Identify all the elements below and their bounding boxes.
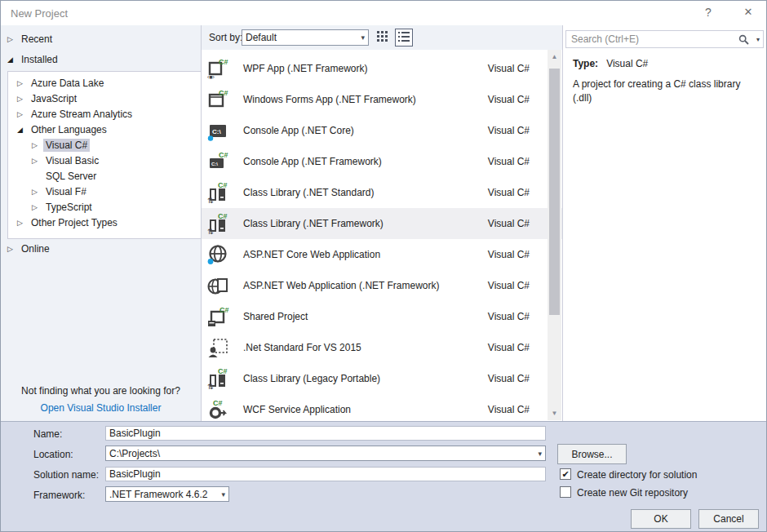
- title-bar[interactable]: New Project ? ✕: [1, 1, 766, 25]
- sidebar-item-visual-basic[interactable]: ▷ Visual Basic: [8, 153, 201, 168]
- svg-text:⇅: ⇅: [207, 197, 214, 204]
- chevron-right-icon: ▷: [17, 219, 29, 227]
- sidebar-item-javascript[interactable]: ▷ JavaScript: [8, 91, 201, 106]
- sidebar-item-label: Recent: [19, 33, 55, 46]
- template-description: A project for creating a C# class librar…: [573, 78, 754, 105]
- solution-name-label: Solution name:: [33, 469, 99, 481]
- template-language: Visual C#: [488, 280, 530, 291]
- sidebar-item-other-languages[interactable]: ◢ Other Languages: [8, 122, 201, 137]
- template-language: Visual C#: [488, 311, 530, 322]
- create-directory-label: Create directory for solution: [577, 469, 697, 481]
- svg-text:C#: C#: [219, 151, 228, 159]
- sort-by-value: Default: [246, 32, 355, 43]
- sidebar-item-visual-fsharp[interactable]: ▷ Visual F#: [8, 184, 201, 199]
- template-row[interactable]: C#⇅ Class Library (Legacy Portable) Visu…: [202, 363, 562, 394]
- chevron-expanded-icon: ◢: [7, 55, 19, 64]
- framework-dropdown[interactable]: .NET Framework 4.6.2 ▾: [105, 486, 229, 502]
- open-installer-link[interactable]: Open Visual Studio Installer: [1, 400, 201, 417]
- template-language: Visual C#: [488, 187, 530, 198]
- template-row-selected[interactable]: C#⇅ Class Library (.NET Framework) Visua…: [202, 208, 562, 239]
- sidebar-item-online[interactable]: ▷ Online: [1, 241, 201, 256]
- category-sidebar: ▷ Recent ◢ Installed ▷ Azure Data Lake ▷…: [1, 25, 202, 421]
- template-language: Visual C#: [488, 373, 530, 384]
- search-dropdown-icon[interactable]: ▾: [751, 36, 760, 43]
- svg-text:⇅: ⇅: [207, 228, 214, 235]
- template-language: Visual C#: [488, 218, 530, 229]
- sidebar-item-label: Installed: [19, 53, 60, 66]
- wpf-app-icon: C#‹■›: [206, 57, 230, 80]
- check-icon: ✔: [561, 469, 569, 479]
- wcf-service-icon: C#: [206, 398, 230, 421]
- sidebar-item-label: Online: [19, 242, 52, 255]
- template-name: Class Library (.NET Framework): [243, 218, 488, 229]
- solution-name-field[interactable]: [105, 467, 546, 481]
- cancel-button[interactable]: Cancel: [698, 509, 759, 529]
- list-view-icon: [398, 31, 410, 45]
- template-name: ASP.NET Core Web Application: [243, 249, 488, 260]
- template-row[interactable]: C:\ Console App (.NET Core) Visual C#: [202, 115, 562, 146]
- tree-item-label: TypeScript: [43, 201, 95, 214]
- template-list-scrollbar[interactable]: ▲ ▼: [548, 50, 561, 420]
- search-input[interactable]: [570, 33, 738, 46]
- sidebar-item-typescript[interactable]: ▷ TypeScript: [8, 199, 201, 215]
- sidebar-item-sql-server[interactable]: SQL Server: [8, 168, 201, 184]
- sidebar-item-recent[interactable]: ▷ Recent: [1, 31, 201, 47]
- sidebar-item-installed[interactable]: ◢ Installed: [1, 51, 201, 67]
- template-row[interactable]: .Net Standard For VS 2015 Visual C#: [202, 332, 562, 363]
- ok-button[interactable]: OK: [631, 509, 691, 529]
- scroll-up-icon[interactable]: ▲: [548, 50, 561, 64]
- template-row[interactable]: C#⇅ Class Library (.NET Standard) Visual…: [202, 177, 562, 208]
- chevron-right-icon: ▷: [7, 245, 19, 253]
- search-box[interactable]: ▾: [565, 30, 764, 48]
- svg-text:C#: C#: [218, 212, 228, 220]
- small-icons-view-button[interactable]: [375, 29, 391, 46]
- template-row[interactable]: C#‹■› WPF App (.NET Framework) Visual C#: [202, 53, 562, 84]
- chevron-right-icon: ▷: [32, 188, 43, 196]
- template-language: Visual C#: [488, 342, 530, 353]
- sidebar-item-other-project-types[interactable]: ▷ Other Project Types: [8, 215, 201, 230]
- template-language: Visual C#: [488, 404, 530, 415]
- template-row[interactable]: ASP.NET Core Web Application Visual C#: [202, 239, 562, 270]
- sidebar-item-azure-data-lake[interactable]: ▷ Azure Data Lake: [8, 75, 201, 91]
- framework-value: .NET Framework 4.6.2: [109, 489, 215, 500]
- template-details: Type: Visual C# A project for creating a…: [573, 58, 759, 105]
- tree-item-label: Azure Stream Analytics: [29, 108, 135, 121]
- tree-item-label: Visual Basic: [43, 154, 101, 167]
- combo-arrow-icon: ▾: [215, 490, 225, 499]
- console-framework-icon: C:\C#: [206, 150, 230, 173]
- type-label: Type:: [573, 58, 598, 69]
- svg-text:‹■›: ‹■›: [207, 74, 215, 80]
- create-directory-checkbox[interactable]: ✔: [560, 468, 571, 480]
- tree-item-label: JavaScript: [29, 92, 79, 105]
- chevron-right-icon: ▷: [32, 141, 43, 149]
- sidebar-item-visual-csharp[interactable]: ▷ Visual C#: [8, 137, 201, 153]
- dialog-title: New Project: [11, 7, 68, 20]
- sort-by-dropdown[interactable]: Default ▾: [242, 29, 369, 46]
- browse-button[interactable]: Browse...: [557, 444, 627, 464]
- template-language: Visual C#: [488, 249, 530, 260]
- project-settings-panel: Name: Location: C:\Projects\ ▾ Browse...…: [1, 421, 766, 532]
- template-row[interactable]: ASP.NET Web Application (.NET Framework)…: [202, 270, 562, 301]
- not-finding-text: Not finding what you are looking for?: [1, 383, 201, 400]
- svg-text:C#: C#: [219, 306, 229, 314]
- location-combobox[interactable]: C:\Projects\ ▾: [105, 446, 546, 461]
- chevron-right-icon: ▷: [17, 79, 29, 87]
- new-project-dialog: New Project ? ✕ ▷ Recent ◢ Installed ▷ A…: [0, 0, 767, 532]
- framework-label: Framework:: [33, 490, 85, 501]
- name-field[interactable]: [105, 426, 546, 441]
- template-row[interactable]: C# Shared Project Visual C#: [202, 301, 562, 332]
- tree-item-label: Visual C#: [43, 139, 90, 152]
- template-name: Console App (.NET Framework): [243, 156, 488, 167]
- template-row[interactable]: C# Windows Forms App (.NET Framework) Vi…: [202, 84, 562, 115]
- template-name: Shared Project: [243, 311, 488, 322]
- list-view-button[interactable]: [395, 29, 413, 47]
- template-name: .Net Standard For VS 2015: [243, 342, 488, 353]
- close-icon[interactable]: ✕: [740, 6, 756, 18]
- help-icon[interactable]: ?: [701, 6, 716, 19]
- sidebar-item-azure-stream-analytics[interactable]: ▷ Azure Stream Analytics: [8, 106, 201, 122]
- template-row[interactable]: C:\C# Console App (.NET Framework) Visua…: [202, 146, 562, 177]
- scrollbar-thumb[interactable]: [549, 69, 560, 315]
- scroll-down-icon[interactable]: ▼: [548, 406, 561, 420]
- tree-item-label: Other Project Types: [29, 216, 120, 229]
- git-repository-checkbox[interactable]: [560, 486, 571, 498]
